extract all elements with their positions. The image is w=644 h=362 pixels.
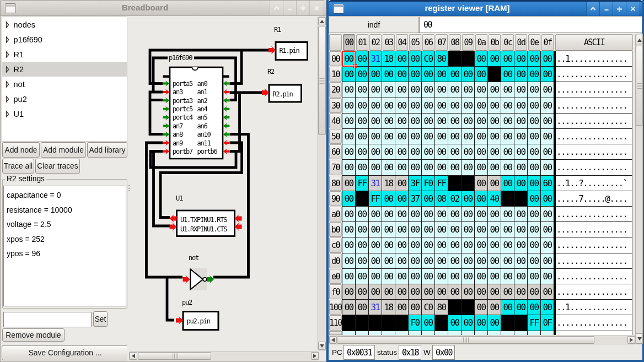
- cell-80-00[interactable]: 00: [342, 176, 356, 191]
- cell-40-0b[interactable]: 00: [488, 114, 501, 129]
- cell-80-0b[interactable]: 00: [488, 176, 501, 191]
- cell-a0-0b[interactable]: 00: [488, 207, 501, 222]
- cell-b0-0e[interactable]: 00: [528, 222, 541, 237]
- breadboard-canvas[interactable]: p16f690 porta5an3porta3portc5portc4an7an…: [131, 17, 318, 351]
- cell-40-00[interactable]: 00: [342, 114, 356, 129]
- add-node-button[interactable]: Add node: [2, 142, 40, 158]
- cell-d0-0d[interactable]: 00: [514, 253, 528, 269]
- ascii-100[interactable]: ..1.............: [554, 300, 632, 315]
- paned-handle[interactable]: [127, 16, 131, 361]
- col-header-0a[interactable]: 0a: [475, 34, 487, 51]
- cell-70-01[interactable]: 00: [356, 160, 369, 176]
- cell-d0-03[interactable]: 00: [382, 253, 395, 269]
- cell-10-09[interactable]: 00: [461, 67, 475, 82]
- cell-f0-04[interactable]: 00: [395, 284, 409, 300]
- cell-60-07[interactable]: 00: [435, 144, 448, 160]
- cell-a0-03[interactable]: 00: [382, 207, 395, 222]
- cell-80-09[interactable]: [461, 176, 475, 191]
- cell-b0-00[interactable]: 00: [342, 222, 356, 237]
- remove-module-button[interactable]: Remove module: [2, 328, 65, 342]
- tree-item-not[interactable]: not: [2, 77, 127, 91]
- cell-f0-07[interactable]: 00: [435, 284, 448, 300]
- row-header-90[interactable]: 90: [329, 191, 342, 206]
- ascii-60[interactable]: ................: [554, 144, 632, 160]
- cell-00-04[interactable]: 00: [395, 51, 409, 67]
- cell-f0-0a[interactable]: 00: [475, 284, 488, 300]
- cell-e0-0a[interactable]: 00: [475, 269, 488, 284]
- cell-e0-0d[interactable]: 00: [514, 269, 528, 284]
- cell-30-0c[interactable]: 00: [501, 98, 514, 114]
- cell-f0-0b[interactable]: 00: [488, 284, 501, 300]
- cell-110-04[interactable]: [395, 315, 409, 331]
- cell-110-02[interactable]: [369, 315, 382, 331]
- cell-00-08[interactable]: [448, 51, 461, 67]
- col-header-09[interactable]: 09: [462, 34, 474, 51]
- cell-10-03[interactable]: 00: [382, 67, 395, 82]
- cell-100-0a[interactable]: 00: [475, 300, 488, 315]
- sheet-corner-button[interactable]: [329, 34, 342, 51]
- cell-b0-06[interactable]: 00: [422, 222, 435, 237]
- cell-c0-0e[interactable]: 00: [528, 237, 541, 253]
- cell-50-0d[interactable]: 00: [514, 129, 528, 144]
- cell-a0-09[interactable]: 00: [461, 207, 475, 222]
- cell-20-0d[interactable]: 00: [514, 82, 528, 98]
- cell-e0-0f[interactable]: 00: [541, 269, 554, 284]
- cell-30-0f[interactable]: 00: [541, 98, 554, 114]
- cell-110-00[interactable]: [342, 315, 356, 331]
- close-button[interactable]: [626, 2, 639, 16]
- cell-b0-04[interactable]: 00: [395, 222, 409, 237]
- cell-c0-07[interactable]: 00: [435, 237, 448, 253]
- cell-00-09[interactable]: [461, 51, 475, 67]
- cell-30-00[interactable]: 00: [342, 98, 356, 114]
- vscroll-thumb[interactable]: [636, 46, 643, 126]
- cell-100-04[interactable]: 00: [395, 300, 409, 315]
- col-header-01[interactable]: 01: [356, 34, 368, 51]
- scroll-right-button[interactable]: [311, 352, 319, 360]
- cell-60-00[interactable]: 00: [342, 144, 356, 160]
- cell-50-07[interactable]: 00: [435, 129, 448, 144]
- cell-20-08[interactable]: 00: [448, 82, 461, 98]
- cell-f0-01[interactable]: 00: [356, 284, 369, 300]
- cell-40-04[interactable]: 00: [395, 114, 409, 129]
- cell-a0-0e[interactable]: 00: [528, 207, 541, 222]
- cell-80-06[interactable]: F0: [422, 176, 435, 191]
- cell-40-03[interactable]: 00: [382, 114, 395, 129]
- settings-item[interactable]: xpos = 252: [4, 232, 126, 247]
- cell-e0-01[interactable]: 00: [356, 269, 369, 284]
- cell-70-07[interactable]: 00: [435, 160, 448, 176]
- settings-item[interactable]: voltage = 2.5: [4, 217, 126, 232]
- row-header-60[interactable]: 60: [329, 144, 342, 159]
- cell-90-01[interactable]: [356, 191, 369, 207]
- cell-50-0b[interactable]: 00: [488, 129, 501, 144]
- scroll-down-button[interactable]: [318, 342, 326, 350]
- cell-20-01[interactable]: 00: [356, 82, 369, 98]
- col-header-03[interactable]: 03: [383, 34, 395, 51]
- cell-f0-03[interactable]: 00: [382, 284, 395, 300]
- expander-icon[interactable]: [6, 66, 9, 73]
- row-header-00[interactable]: 00: [329, 51, 342, 66]
- cell-10-0f[interactable]: 00: [541, 67, 554, 82]
- cell-10-0b[interactable]: [488, 67, 501, 82]
- cell-50-02[interactable]: 00: [369, 129, 382, 144]
- ascii-80[interactable]: ..1..?.........`: [554, 176, 632, 191]
- cell-110-0d[interactable]: [514, 315, 528, 331]
- cell-20-05[interactable]: 00: [409, 82, 422, 98]
- cell-90-0d[interactable]: [514, 191, 528, 207]
- cell-100-07[interactable]: 80: [435, 300, 448, 315]
- trace-all-button[interactable]: Trace all: [2, 159, 34, 174]
- cell-80-07[interactable]: FF: [435, 176, 448, 191]
- cell-b0-0b[interactable]: 00: [488, 222, 501, 237]
- clear-traces-button[interactable]: Clear traces: [35, 159, 80, 174]
- cell-d0-08[interactable]: 00: [448, 253, 461, 269]
- cell-90-03[interactable]: 00: [382, 191, 395, 207]
- cell-40-0d[interactable]: 00: [514, 114, 528, 129]
- row-header-f0[interactable]: f0: [329, 284, 342, 299]
- cell-b0-09[interactable]: 00: [461, 222, 475, 237]
- cell-60-0f[interactable]: 00: [541, 144, 554, 160]
- shade-button[interactable]: [586, 2, 599, 16]
- cell-100-02[interactable]: 31: [369, 300, 382, 315]
- cell-d0-06[interactable]: 00: [422, 253, 435, 269]
- ascii-50[interactable]: ................: [554, 129, 632, 144]
- cell-90-00[interactable]: 00: [342, 191, 356, 207]
- cell-d0-0a[interactable]: 00: [475, 253, 488, 269]
